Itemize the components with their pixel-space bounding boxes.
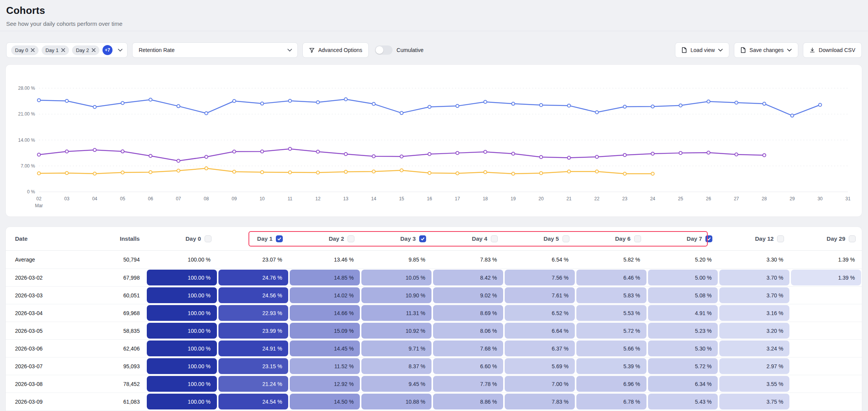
retention-cell-value: 100.00 % [147,394,217,409]
retention-cell-value: 9.71 % [361,341,431,356]
retention-cell: 12.92 % [289,375,361,393]
chevron-down-icon[interactable] [118,49,123,52]
row-installs: 60,051 [83,287,146,304]
retention-cell: 5.23 % [647,322,719,339]
cumulative-toggle[interactable] [375,45,393,55]
row-installs: 58,835 [83,322,146,339]
column-checkbox-day-0[interactable] [205,235,212,242]
day-filter-chip[interactable]: Day 1 [42,45,69,55]
retention-cell: 3.70 % [719,287,790,304]
retention-cell: 100.00 % [146,375,218,393]
retention-cell: 8.37 % [361,357,432,375]
retention-cell-value: 5.30 % [648,341,718,356]
retention-cell: 10.92 % [361,322,432,339]
retention-cell-value: 100.00 % [147,305,217,321]
retention-cell-value: 5.39 % [576,358,646,374]
retention-cell: 100.00 % [146,393,218,410]
retention-cell: 3.75 % [719,393,790,410]
retention-cell: 23.15 % [218,357,289,375]
retention-cell-value: 100.00 % [147,376,217,392]
retention-cell-value: 14.02 % [290,287,360,303]
close-icon[interactable] [31,48,35,52]
retention-cell: 5.69 % [504,357,576,375]
retention-cell-value: 2.97 % [719,358,789,374]
retention-cell-value: 7.78 % [433,376,503,392]
column-checkbox-day-1[interactable] [276,235,283,242]
y-axis-tick-label: 21.00 % [18,111,35,117]
download-csv-button[interactable]: Download CSV [803,42,862,58]
row-date: 2026-03-06 [6,340,83,357]
retention-cell-value: 23.15 % [218,358,289,374]
column-header-day-29: Day 29 [790,235,862,242]
retention-cell: 8.42 % [432,269,504,286]
retention-cell-value: 6.54 % [504,251,576,268]
retention-cell-value: 5.83 % [576,287,646,303]
close-icon[interactable] [61,48,65,52]
load-view-button[interactable]: Load view [675,42,729,58]
column-header-day-0: Day 0 [146,235,218,242]
column-checkbox-day-12[interactable] [777,235,784,242]
column-checkbox-day-4[interactable] [491,235,498,242]
series-day-1 [37,98,822,117]
y-axis-tick-label: 28.00 % [18,86,35,91]
retention-cell-value: 1.39 % [790,251,862,268]
row-installs: 50,794 [83,251,146,268]
retention-cell-value: 4.91 % [648,305,718,321]
retention-cell: 6.96 % [576,375,647,393]
column-checkbox-day-29[interactable] [849,235,856,242]
column-header-label: Day 3 [400,235,416,242]
retention-cell-value: 23.07 % [218,251,289,268]
save-changes-button[interactable]: Save changes [734,42,798,58]
load-view-label: Load view [690,47,715,53]
retention-cell: 14.45 % [289,340,361,357]
retention-cell-value: 10.90 % [361,287,431,303]
retention-cell-value: 100.00 % [147,358,217,374]
retention-cell-value: 24.76 % [218,270,289,285]
retention-cell: 14.02 % [289,287,361,304]
retention-cell-value: 6.64 % [505,323,575,339]
column-checkbox-day-3[interactable] [419,235,426,242]
column-header-label: Day 29 [827,235,845,242]
retention-cell: 5.08 % [647,287,719,304]
retention-cell: 6.78 % [576,393,647,410]
column-header-day-2: Day 2 [289,235,361,242]
more-days-badge[interactable]: +7 [102,45,112,55]
day-filter-chip[interactable]: Day 0 [11,45,39,55]
y-axis-tick-label: 14.00 % [18,138,35,143]
retention-cell-value: 10.05 % [361,270,431,285]
column-header-label: Date [15,235,28,242]
column-header-day-4: Day 4 [432,235,504,242]
retention-cell: 10.90 % [361,287,432,304]
retention-cell-value: 9.85 % [361,251,432,268]
day-filter-chip[interactable]: Day 2 [72,45,99,55]
retention-cell-value: 5.08 % [648,287,718,303]
column-checkbox-day-6[interactable] [634,235,641,242]
advanced-options-button[interactable]: Advanced Options [302,42,369,58]
x-axis-month-label: Mar [35,203,43,208]
retention-cell-value: 14.45 % [290,341,360,356]
row-date: 2026-03-08 [6,375,83,393]
y-axis-tick-label: 7.00 % [21,163,35,169]
column-checkbox-day-5[interactable] [562,235,569,242]
x-axis-tick-label: 22 [594,196,600,201]
close-icon[interactable] [92,48,96,52]
cohort-table-card: DateInstallsDay 0Day 1Day 2Day 3Day 4Day… [5,226,862,411]
cohort-days-multiselect[interactable]: Day 0Day 1Day 2 +7 [6,42,128,58]
retention-cell-value: 6.52 % [505,305,575,321]
page-title: Cohorts [6,5,862,17]
header-divider [0,31,868,31]
column-checkbox-day-7[interactable] [705,235,712,242]
table-header-row: DateInstallsDay 0Day 1Day 2Day 3Day 4Day… [6,227,862,251]
x-axis-tick-label: 14 [371,196,376,201]
row-date: 2026-03-07 [6,357,83,375]
row-date: 2026-03-04 [6,304,83,322]
row-date: 2026-03-09 [6,393,83,410]
metric-select[interactable]: Retention Rate [132,42,298,58]
retention-cell: 4.91 % [647,304,719,322]
row-installs: 62,406 [83,340,146,357]
table-row-2026-03-05: 2026-03-0558,835100.00 %23.99 %15.09 %10… [6,322,862,340]
retention-cell-value: 1.39 % [791,270,861,285]
retention-cell-value: 8.06 % [433,323,503,339]
retention-cell-value: 5.23 % [648,323,718,339]
column-checkbox-day-2[interactable] [348,235,354,242]
